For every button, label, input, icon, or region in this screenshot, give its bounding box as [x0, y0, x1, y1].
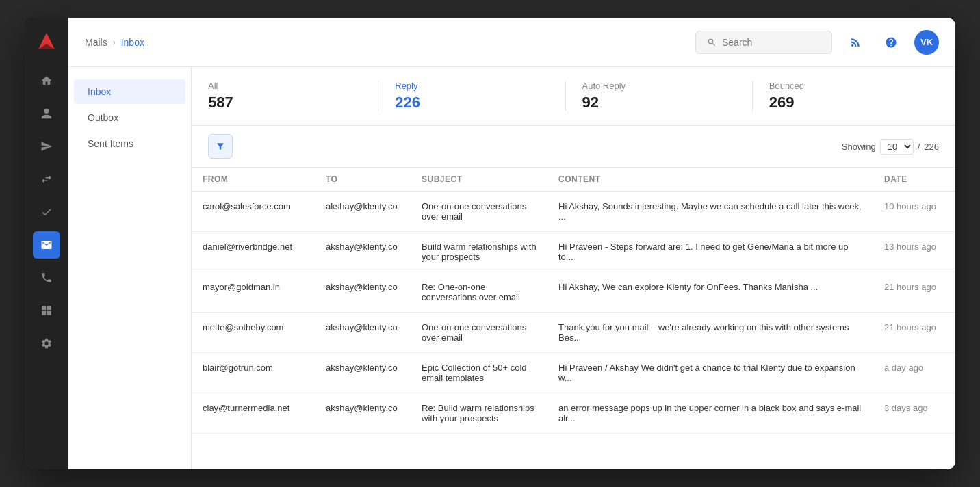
toolbar: Showing 10 25 50 / 226: [192, 126, 955, 168]
col-header-subject: SUBJECT: [411, 168, 547, 192]
breadcrumb-separator: ›: [113, 38, 116, 47]
table-row[interactable]: mayor@goldman.in akshay@klenty.co Re: On…: [192, 272, 955, 313]
stat-reply-label: Reply: [395, 81, 548, 91]
cell-from: mayor@goldman.in: [192, 272, 315, 313]
cell-date: 3 days ago: [873, 393, 955, 434]
email-table: FROM TO SUBJECT CONTENT DATE carol@sales…: [192, 168, 955, 469]
stat-reply[interactable]: Reply 226: [395, 81, 565, 111]
cell-subject: Build warm relationships with your prosp…: [411, 232, 547, 272]
stat-reply-value: 226: [395, 94, 548, 111]
left-nav: Inbox Outbox Sent Items: [68, 67, 192, 469]
table-row[interactable]: daniel@riverbridge.net akshay@klenty.co …: [192, 232, 955, 272]
page-size-select[interactable]: 10 25 50: [880, 139, 914, 155]
breadcrumb-current[interactable]: Inbox: [121, 37, 144, 48]
cell-from: daniel@riverbridge.net: [192, 232, 315, 272]
stat-autoreply-label: Auto Reply: [582, 81, 736, 91]
cell-from: blair@gotrun.com: [192, 353, 315, 393]
cell-subject: One-on-one conversations over email: [411, 192, 547, 232]
cell-from: mette@sotheby.com: [192, 313, 315, 353]
header-right: VK: [695, 30, 939, 55]
cell-to: akshay@klenty.co: [315, 313, 411, 353]
cell-to: akshay@klenty.co: [315, 232, 411, 272]
cell-subject: Re: One-on-one conversations over email: [411, 272, 547, 313]
header: Mails › Inbox VK: [68, 18, 955, 67]
cell-from: carol@salesforce.com: [192, 192, 315, 232]
logo[interactable]: [34, 29, 59, 53]
stat-bounced[interactable]: Bounced 269: [769, 81, 939, 111]
rss-icon[interactable]: [843, 30, 868, 55]
cell-date: a day ago: [873, 353, 955, 393]
cell-date: 13 hours ago: [873, 232, 955, 272]
cell-content: Hi Akshay, Sounds interesting. Maybe we …: [547, 192, 873, 232]
cell-from: clay@turnermedia.net: [192, 393, 315, 434]
settings-icon[interactable]: [33, 330, 60, 357]
sequences-icon[interactable]: [33, 166, 60, 193]
filter-button[interactable]: [208, 134, 233, 159]
table-row[interactable]: clay@turnermedia.net akshay@klenty.co Re…: [192, 393, 955, 434]
cell-date: 10 hours ago: [873, 192, 955, 232]
search-input[interactable]: [722, 37, 818, 48]
user-avatar[interactable]: VK: [914, 30, 939, 55]
stat-autoreply-value: 92: [582, 94, 736, 111]
table-row[interactable]: mette@sotheby.com akshay@klenty.co One-o…: [192, 313, 955, 353]
dashboard-icon[interactable]: [33, 297, 60, 324]
cell-to: akshay@klenty.co: [315, 272, 411, 313]
body-layout: Inbox Outbox Sent Items All 587 Reply 22…: [68, 67, 955, 469]
cell-to: akshay@klenty.co: [315, 393, 411, 434]
app-container: Mails › Inbox VK In: [25, 18, 955, 469]
table-row[interactable]: blair@gotrun.com akshay@klenty.co Epic C…: [192, 353, 955, 393]
stat-bounced-label: Bounced: [769, 81, 923, 91]
col-header-content: CONTENT: [547, 168, 873, 192]
email-content: All 587 Reply 226 Auto Reply 92 Bounced …: [192, 67, 955, 469]
col-header-date: DATE: [873, 168, 955, 192]
campaigns-icon[interactable]: [33, 133, 60, 160]
pagination-total: 226: [924, 142, 939, 152]
cell-subject: Re: Build warm relationships with your p…: [411, 393, 547, 434]
main-content: Mails › Inbox VK In: [68, 18, 955, 469]
stat-all-value: 587: [208, 94, 361, 111]
breadcrumb: Mails › Inbox: [85, 37, 144, 48]
stat-all-label: All: [208, 81, 361, 91]
breadcrumb-parent[interactable]: Mails: [85, 37, 107, 48]
stats-bar: All 587 Reply 226 Auto Reply 92 Bounced …: [192, 67, 955, 126]
home-icon[interactable]: [33, 67, 60, 94]
help-icon[interactable]: [879, 30, 903, 55]
cell-content: Hi Praveen / Akshay We didn't get a chan…: [547, 353, 873, 393]
col-header-to: TO: [315, 168, 411, 192]
cell-content: Hi Akshay, We can explore Klenty for OnF…: [547, 272, 873, 313]
cell-date: 21 hours ago: [873, 313, 955, 353]
stat-all[interactable]: All 587: [208, 81, 378, 111]
nav-item-outbox[interactable]: Outbox: [74, 105, 185, 130]
cell-to: akshay@klenty.co: [315, 353, 411, 393]
contacts-icon[interactable]: [33, 100, 60, 127]
search-icon: [707, 38, 717, 47]
sidebar: [25, 18, 68, 469]
cell-content: Thank you for you mail – we're already w…: [547, 313, 873, 353]
col-header-from: FROM: [192, 168, 315, 192]
mail-icon[interactable]: [33, 231, 60, 259]
nav-item-sent[interactable]: Sent Items: [74, 131, 185, 156]
stat-autoreply[interactable]: Auto Reply 92: [582, 81, 753, 111]
inbox-table: FROM TO SUBJECT CONTENT DATE carol@sales…: [192, 168, 955, 434]
showing-label: Showing: [842, 142, 876, 152]
cell-to: akshay@klenty.co: [315, 192, 411, 232]
calls-icon[interactable]: [33, 264, 60, 291]
nav-item-inbox[interactable]: Inbox: [74, 79, 185, 104]
cell-date: 21 hours ago: [873, 272, 955, 313]
cell-content: Hi Praveen - Steps forward are: 1. I nee…: [547, 232, 873, 272]
pagination-info: Showing 10 25 50 / 226: [842, 139, 939, 155]
table-row[interactable]: carol@salesforce.com akshay@klenty.co On…: [192, 192, 955, 232]
cell-subject: Epic Collection of 50+ cold email templa…: [411, 353, 547, 393]
cell-content: an error message pops up in the upper co…: [547, 393, 873, 434]
search-bar[interactable]: [695, 31, 832, 54]
stat-bounced-value: 269: [769, 94, 923, 111]
tasks-icon[interactable]: [33, 198, 60, 226]
cell-subject: One-on-one conversations over email: [411, 313, 547, 353]
pagination-separator: /: [918, 142, 920, 152]
